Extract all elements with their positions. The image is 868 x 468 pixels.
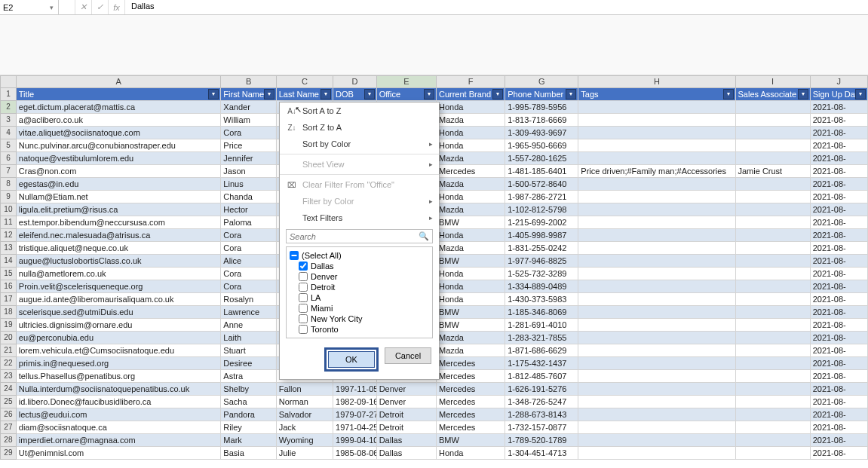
filter-checkbox-item[interactable]: (Select All) [288,250,431,261]
filter-checkbox-item[interactable]: LA [288,292,431,303]
cell[interactable]: 2021-08- [811,178,868,191]
cell[interactable]: 1-283-321-7855 [505,332,578,344]
cell[interactable] [578,203,735,216]
th-firstname[interactable]: First Name [221,88,276,101]
cell[interactable]: BMW [437,255,505,268]
cell[interactable]: 1999-04-10 [333,434,377,447]
cell[interactable]: 1-102-812-5798 [505,203,578,216]
row-header[interactable]: 21 [0,344,17,357]
cell[interactable]: diam@sociisnatoque.ca [17,421,222,434]
cell[interactable] [578,434,735,447]
cell[interactable]: 2021-08- [811,383,868,396]
cell[interactable]: Nunc.pulvinar.arcu@conubianostraper.edu [17,139,222,152]
cell[interactable]: Dallas [377,434,437,447]
row-header[interactable]: 17 [0,293,17,306]
cell[interactable]: Mazda [437,344,505,357]
cell[interactable]: 2021-08- [811,421,868,434]
filter-checkbox-item[interactable]: New York City [288,314,431,324]
filter-checkbox[interactable] [299,304,308,313]
cell[interactable]: Dallas [377,447,437,460]
row-header[interactable]: 22 [0,357,17,370]
row-header[interactable]: 5 [0,139,17,152]
cell[interactable]: natoque@vestibulumlorem.edu [17,152,222,165]
cell[interactable] [736,319,811,332]
row-header[interactable]: 28 [0,434,17,447]
filter-search-box[interactable]: 🔍 [286,229,433,243]
cell[interactable]: Astra [221,370,276,383]
cancel-button[interactable]: Cancel [385,347,431,364]
cell[interactable] [736,242,811,255]
cell[interactable] [736,396,811,408]
cell[interactable]: Mercedes [437,165,505,178]
filter-checkbox-item[interactable]: Detroit [288,282,431,292]
cell[interactable]: Mercedes [437,396,505,408]
name-box[interactable]: E2 ▾ [0,0,59,14]
cell[interactable]: Mercedes [437,357,505,370]
filter-checkbox-item[interactable]: Toronto [288,324,431,335]
cell[interactable] [736,191,811,203]
cell[interactable] [578,127,735,139]
row-header[interactable]: 16 [0,280,17,293]
cell[interactable]: Julie [277,447,333,460]
cell[interactable]: Mercedes [437,421,505,434]
cell[interactable]: 1-525-732-3289 [505,268,578,280]
cell[interactable]: Nulla.interdum@sociisnatoquepenatibus.co… [17,383,222,396]
cell[interactable]: 2021-08- [811,306,868,319]
cell[interactable]: Shelby [221,383,276,396]
row-header[interactable]: 6 [0,152,17,165]
cell[interactable]: primis.in@nequesed.org [17,357,222,370]
cell[interactable] [736,229,811,242]
cell[interactable]: 1979-07-27 [333,408,377,421]
cell[interactable]: 2021-08- [811,396,868,408]
formula-value[interactable]: Dallas [125,0,868,14]
filter-checkbox-list[interactable]: (Select All)DallasDenverDetroitLAMiamiNe… [286,246,433,338]
cell[interactable]: id.libero.Donec@faucibusidlibero.ca [17,396,222,408]
cell[interactable] [578,114,735,127]
cell[interactable]: 2021-08- [811,191,868,203]
th-title[interactable]: Title [17,88,222,101]
cell[interactable]: 2021-08- [811,434,868,447]
cell[interactable] [736,127,811,139]
cell[interactable]: lorem.vehicula.et@Cumsociisnatoque.edu [17,344,222,357]
col-header-h[interactable]: H [578,75,735,88]
text-filters[interactable]: Text Filters ▸ [280,210,439,226]
th-signup[interactable]: Sign Up Date [811,88,868,101]
cell[interactable]: Desiree [221,357,276,370]
cell[interactable]: 2021-08- [811,216,868,229]
accept-formula-icon[interactable]: ✓ [92,0,109,14]
col-header-g[interactable]: G [505,75,578,88]
th-lastname[interactable]: Last Name [277,88,333,101]
cell[interactable] [736,434,811,447]
cell[interactable]: Denver [377,396,437,408]
sort-a-to-z[interactable]: A↓ Sort A to Z [280,102,439,119]
row-header[interactable]: 27 [0,421,17,434]
cell[interactable]: Honda [437,101,505,114]
cell[interactable]: Mazda [437,203,505,216]
cell[interactable]: Mercedes [437,408,505,421]
cell[interactable]: 2021-08- [811,447,868,460]
cell[interactable] [578,216,735,229]
cell[interactable] [578,447,735,460]
cell[interactable]: Hector [221,203,276,216]
row-header[interactable]: 12 [0,229,17,242]
cell[interactable]: 2021-08- [811,203,868,216]
th-phone[interactable]: Phone Number [505,88,578,101]
cell[interactable] [578,306,735,319]
cell[interactable]: Jack [277,421,333,434]
row-header[interactable]: 14 [0,255,17,268]
cell[interactable]: 2021-08- [811,242,868,255]
cell[interactable] [736,447,811,460]
cell[interactable]: 1-977-946-8825 [505,255,578,268]
row-header[interactable]: 18 [0,306,17,319]
cell[interactable] [578,191,735,203]
cell[interactable]: Mark [221,434,276,447]
cell[interactable]: Price driven;#Family man;#Accessories [578,165,735,178]
cell[interactable]: 1-995-789-5956 [505,101,578,114]
cell[interactable]: Paloma [221,216,276,229]
cell[interactable]: 1985-08-06 [333,447,377,460]
cell[interactable] [578,178,735,191]
cell[interactable] [578,139,735,152]
cell[interactable]: 1-789-520-1789 [505,434,578,447]
cell[interactable]: Jamie Crust [736,165,811,178]
cell[interactable]: a@aclibero.co.uk [17,114,222,127]
